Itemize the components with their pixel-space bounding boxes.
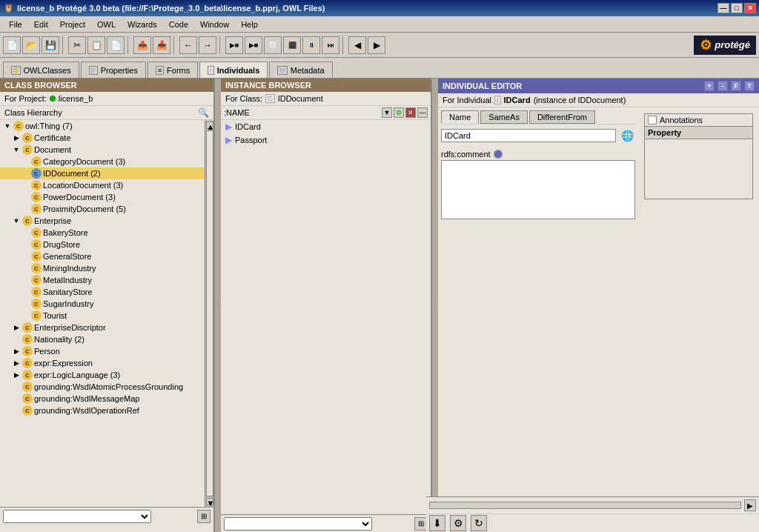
tree-locationdocument[interactable]: C LocationDocument (3) bbox=[0, 179, 205, 191]
class-browser-grid-btn[interactable]: ⊞ bbox=[197, 510, 211, 523]
tree-expression[interactable]: ▶ C expr:Expression bbox=[0, 357, 205, 369]
ind-ctrl-t[interactable]: T bbox=[744, 81, 755, 91]
menu-edit[interactable]: Edit bbox=[28, 19, 54, 30]
tree-miningindustry[interactable]: C MiningIndustry bbox=[0, 262, 205, 274]
tab-sameas[interactable]: SameAs bbox=[480, 110, 528, 124]
expand-person[interactable]: ▶ bbox=[12, 348, 21, 355]
toolbar-paste[interactable]: 📄 bbox=[107, 36, 125, 54]
tree-wsdlatomic[interactable]: C grounding:WsdlAtomicProcessGrounding bbox=[0, 381, 205, 393]
tree-enterprisediscriptor[interactable]: ▶ C EnterpriseDiscriptor bbox=[0, 322, 205, 333]
menu-code[interactable]: Code bbox=[163, 19, 194, 30]
ind-footer-gear[interactable]: ⚙ bbox=[450, 515, 466, 531]
toolbar-save[interactable]: 💾 bbox=[42, 36, 59, 54]
tree-powerdocument[interactable]: C PowerDocument (3) bbox=[0, 191, 205, 203]
toolbar-btn6[interactable]: ⏭ bbox=[322, 36, 339, 54]
tree-sanitarystore[interactable]: C SanitaryStore bbox=[0, 286, 205, 298]
toolbar-import[interactable]: 📤 bbox=[133, 36, 151, 54]
expand-enterprise[interactable]: ▼ bbox=[12, 217, 21, 225]
minimize-button[interactable]: — bbox=[717, 3, 729, 13]
toolbar-open[interactable]: 📂 bbox=[22, 36, 40, 54]
tree-wsdlop[interactable]: C grounding:WsdlOperationRef bbox=[0, 405, 205, 416]
instance-browser-select[interactable] bbox=[224, 517, 372, 531]
tree-certificate[interactable]: ▶ C Certificate bbox=[0, 132, 205, 144]
toolbar-btn1[interactable]: ▶■ bbox=[225, 36, 243, 54]
tree-enterprise[interactable]: ▼ C Enterprise bbox=[0, 215, 205, 227]
menu-owl[interactable]: OWL bbox=[91, 19, 122, 30]
tree-iddocument[interactable]: C IDDocument (2) bbox=[0, 167, 205, 179]
ind-ctrl-plus[interactable]: + bbox=[704, 81, 715, 91]
toolbar-btn4[interactable]: ⬛ bbox=[283, 36, 301, 54]
scrollbar-up[interactable]: ▲ bbox=[206, 122, 213, 129]
ind-ctrl-f[interactable]: F bbox=[731, 81, 741, 91]
tab-forms[interactable]: ≡ Forms bbox=[148, 61, 198, 78]
tree-sugarindustry[interactable]: C SugarIndustry bbox=[0, 298, 205, 310]
name-dropdown[interactable]: ▼ bbox=[382, 107, 392, 118]
tree-logiclanguage[interactable]: ▶ C expr:LogicLanguage (3) bbox=[0, 369, 205, 381]
class-browser-select[interactable] bbox=[3, 510, 151, 523]
class-scrollbar[interactable]: ▲ ▼ bbox=[205, 120, 213, 507]
tree-nationality[interactable]: C Nationality (2) bbox=[0, 333, 205, 345]
instance-idcard[interactable]: ▶ IDCard bbox=[221, 120, 431, 133]
toolbar-forward[interactable]: → bbox=[199, 36, 216, 54]
expand-certificate[interactable]: ▶ bbox=[12, 134, 21, 142]
class-tree[interactable]: ▼ C owl:Thing (7) ▶ C Certificate ▼ C Do… bbox=[0, 120, 205, 507]
rdfs-radio[interactable] bbox=[494, 150, 503, 159]
tree-person[interactable]: ▶ C Person bbox=[0, 345, 205, 357]
titlebar-controls[interactable]: — □ ✕ bbox=[717, 3, 756, 13]
instance-list[interactable]: ▶ IDCard ▶ Passport bbox=[221, 120, 431, 514]
toolbar-export[interactable]: 📥 bbox=[153, 36, 170, 54]
expand-expression[interactable]: ▶ bbox=[12, 359, 21, 367]
tree-proximitydocument[interactable]: C ProximityDocument (5) bbox=[0, 203, 205, 215]
expand-document[interactable]: ▼ bbox=[12, 146, 21, 153]
instance-passport[interactable]: ▶ Passport bbox=[221, 133, 431, 147]
expand-owlThing[interactable]: ▼ bbox=[3, 122, 12, 130]
divider-2[interactable]: ⋮ bbox=[432, 79, 438, 532]
toolbar-next[interactable]: ▶ bbox=[368, 36, 385, 54]
scroll-right-btn[interactable]: ▶ bbox=[744, 499, 756, 511]
toolbar-prev[interactable]: ◀ bbox=[348, 36, 366, 54]
name-input[interactable] bbox=[441, 129, 616, 142]
maximize-button[interactable]: □ bbox=[731, 3, 743, 13]
tab-properties[interactable]: P Properties bbox=[81, 61, 146, 78]
instance-add-btn[interactable]: ⚙ bbox=[394, 107, 404, 118]
tab-individuals[interactable]: I Individuals bbox=[199, 61, 268, 78]
horizontal-scrollbar[interactable] bbox=[429, 502, 741, 509]
menu-window[interactable]: Window bbox=[194, 19, 235, 30]
tree-bakerystore[interactable]: C BakeryStore bbox=[0, 227, 205, 239]
class-search-icon[interactable]: 🔍 bbox=[198, 107, 209, 118]
tree-tourist[interactable]: C Tourist bbox=[0, 310, 205, 322]
toolbar-new[interactable]: 📄 bbox=[3, 36, 21, 54]
tree-wsdlmessage[interactable]: C grounding:WsdlMessageMap bbox=[0, 393, 205, 405]
tab-name[interactable]: Name bbox=[441, 110, 479, 124]
expand-enterprisediscriptor[interactable]: ▶ bbox=[12, 324, 21, 331]
globe-button[interactable]: 🌐 bbox=[619, 127, 635, 144]
tab-metadata[interactable]: M Metadata bbox=[269, 61, 332, 78]
ind-footer-refresh[interactable]: ↻ bbox=[471, 515, 487, 531]
divider-1[interactable]: ⋮ bbox=[215, 79, 221, 532]
expand-logiclanguage[interactable]: ▶ bbox=[12, 371, 21, 379]
tab-owlclasses[interactable]: C OWLClasses bbox=[3, 61, 79, 78]
toolbar-btn5[interactable]: ⏸ bbox=[302, 36, 320, 54]
menu-help[interactable]: Help bbox=[235, 19, 264, 30]
tree-generalstore[interactable]: C GeneralStore bbox=[0, 250, 205, 262]
tree-drugstore[interactable]: C DrugStore bbox=[0, 239, 205, 250]
scrollbar-down[interactable]: ▼ bbox=[206, 498, 213, 505]
tree-document[interactable]: ▼ C Document bbox=[0, 144, 205, 156]
tree-categorydocument[interactable]: C CategoryDocument (3) bbox=[0, 156, 205, 167]
tree-metalindustry[interactable]: C MetalIndustry bbox=[0, 274, 205, 286]
tree-owlThing[interactable]: ▼ C owl:Thing (7) bbox=[0, 120, 205, 132]
close-button[interactable]: ✕ bbox=[744, 3, 756, 13]
ind-footer-download[interactable]: ⬇ bbox=[429, 515, 445, 531]
ind-ctrl-minus[interactable]: - bbox=[717, 81, 728, 91]
toolbar-btn2[interactable]: ▶■ bbox=[245, 36, 262, 54]
toolbar-cut[interactable]: ✂ bbox=[68, 36, 86, 54]
toolbar-btn3[interactable]: ⬜ bbox=[264, 36, 282, 54]
toolbar-copy[interactable]: 📋 bbox=[87, 36, 105, 54]
tab-differentfrom[interactable]: DifferentFrom bbox=[529, 110, 595, 124]
menu-wizards[interactable]: Wizards bbox=[122, 19, 163, 30]
menu-file[interactable]: File bbox=[3, 19, 28, 30]
toolbar-back[interactable]: ← bbox=[179, 36, 197, 54]
instance-close-btn[interactable]: — bbox=[417, 107, 428, 118]
menu-project[interactable]: Project bbox=[54, 19, 91, 30]
annotations-checkbox[interactable] bbox=[648, 116, 657, 124]
